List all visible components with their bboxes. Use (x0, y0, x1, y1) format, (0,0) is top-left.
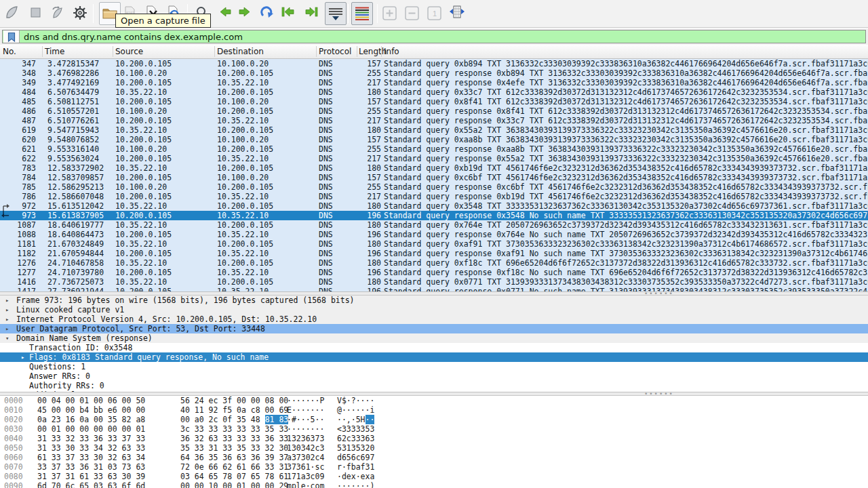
hex-ascii: 13236373 (287, 434, 324, 443)
packet-row[interactable]: 141727.73692194410.200.0.10510.35.22.10D… (0, 287, 868, 291)
hex-bytes: 00 01 00 00 00 00 00 01 (37, 424, 145, 434)
column-separator[interactable] (381, 46, 382, 57)
last-packet-icon[interactable] (304, 5, 319, 22)
colorize-toggle[interactable] (351, 2, 373, 25)
packet-row[interactable]: 4846.50763447910.35.22.1010.200.0.105DNS… (0, 87, 868, 97)
go-to-packet-icon[interactable] (260, 5, 275, 22)
hex-row[interactable]: 006061 33 37 33 30 32 63 3464 36 35 36 6… (0, 453, 868, 462)
display-filter-input[interactable]: dns and dns.qry.name contains dex.exampl… (2, 30, 866, 43)
column-header-no[interactable]: No. (3, 47, 16, 56)
detail-row[interactable]: ▸Frame 973: 196 bytes on wire (1568 bits… (0, 296, 868, 305)
packet-row[interactable]: 3483.47698228610.100.0.2010.200.0.105DNS… (0, 68, 868, 78)
packet-cell: 10.200.0.105 (113, 211, 214, 220)
packet-cell: 10.35.22.10 (214, 268, 316, 277)
packet-cell: Standard query 0x0771 TXT 31393933313734… (381, 277, 868, 287)
packet-row[interactable]: 127624.71046785810.35.22.1010.200.0.105D… (0, 258, 868, 268)
detail-row[interactable]: Authority RRs: 0 (0, 381, 868, 390)
packet-row[interactable]: 4856.50811275110.200.0.10510.100.0.20DNS… (0, 97, 868, 106)
packet-row[interactable]: 97215.61351204210.35.22.1010.200.0.105DN… (0, 201, 868, 211)
packet-cell: DNS (316, 106, 357, 116)
expander-closed-icon[interactable]: ▸ (5, 324, 9, 333)
zoom-out-icon[interactable] (405, 6, 420, 22)
packet-cell: 1276 (0, 258, 42, 268)
hex-row[interactable]: 008031 37 31 61 33 63 30 3903 64 65 78 0… (0, 472, 868, 481)
packet-row[interactable]: 6209.54807685210.200.0.10510.100.0.20DNS… (0, 135, 868, 144)
detail-row[interactable]: Answer RRs: 0 (0, 371, 868, 381)
zoom-in-icon[interactable] (382, 6, 397, 22)
packet-row[interactable]: 3493.47749216910.200.0.10510.35.22.10DNS… (0, 78, 868, 87)
packet-row[interactable]: 6199.54771594310.35.22.1010.200.0.105DNS… (0, 125, 868, 135)
packet-cell: 10.200.0.105 (113, 287, 214, 291)
packet-cell: 10.200.0.105 (214, 68, 316, 78)
hex-row[interactable]: 00906d 70 6c 65 03 63 6f 6d00 00 10 00 0… (0, 481, 868, 488)
hex-row[interactable]: 003000 01 00 00 00 00 00 013c 33 33 33 3… (0, 424, 868, 434)
column-header-destination[interactable]: Destination (217, 47, 264, 56)
start-capture-icon[interactable] (5, 5, 20, 22)
go-back-icon[interactable] (218, 5, 233, 22)
column-separator[interactable] (357, 46, 357, 57)
detail-row[interactable]: ▸User Datagram Protocol, Src Port: 53, D… (0, 324, 868, 333)
detail-row[interactable]: ▾Domain Name System (response) (0, 333, 868, 343)
hex-row[interactable]: 001045 00 00 b4 bb e6 00 0040 11 92 f5 0… (0, 405, 868, 415)
expander-closed-icon[interactable]: ▸ (5, 296, 9, 305)
packet-row[interactable]: 3473.47281534710.200.0.10510.100.0.20DNS… (0, 59, 868, 68)
hex-row[interactable]: 00200a 23 16 0a 00 35 82 a800 a0 2c 0f 3… (0, 415, 868, 424)
column-separator[interactable] (42, 46, 43, 57)
packet-row[interactable]: 141627.73672507310.35.22.1010.200.0.105D… (0, 277, 868, 287)
packet-row[interactable]: 78412.58370985710.200.0.10510.100.0.20DN… (0, 173, 868, 182)
capture-options-icon[interactable] (73, 5, 87, 22)
packet-row[interactable]: 78512.58629521310.100.0.2010.200.0.105DN… (0, 182, 868, 192)
detail-row[interactable]: Questions: 1 (0, 362, 868, 371)
zoom-original-icon[interactable]: 1 (427, 6, 442, 22)
packet-cell: DNS (316, 277, 357, 287)
packet-row[interactable]: 127724.71073978010.200.0.10510.35.22.10D… (0, 268, 868, 277)
column-separator[interactable] (214, 46, 215, 57)
packet-row[interactable]: 6229.55356302410.200.0.10510.35.22.10DNS… (0, 154, 868, 163)
packet-row[interactable]: 97315.61383790510.200.0.10510.35.22.10DN… (0, 211, 868, 220)
packet-row[interactable]: 118121.67032484910.35.22.1010.200.0.105D… (0, 239, 868, 249)
packet-cell: Standard query response 0x55a2 TXT 36383… (381, 154, 868, 163)
column-header-protocol[interactable]: Protocol (319, 47, 351, 56)
packet-cell: 10.100.0.20 (113, 68, 214, 78)
detail-row[interactable]: ▸Flags: 0x8183 Standard query response, … (0, 352, 868, 362)
column-separator[interactable] (316, 46, 317, 57)
go-forward-icon[interactable] (237, 5, 252, 22)
packet-row[interactable]: 6219.55331614010.100.0.2010.200.0.105DNS… (0, 144, 868, 154)
hex-row[interactable]: 007033 37 33 36 31 03 73 6372 0e 66 62 6… (0, 462, 868, 472)
packet-row[interactable]: 108718.64061977710.35.22.1010.200.0.105D… (0, 220, 868, 230)
hex-row[interactable]: 004031 33 32 33 36 33 37 3336 32 63 33 3… (0, 434, 868, 443)
packet-cell: 10.200.0.105 (113, 154, 214, 163)
packet-row[interactable]: 108818.64086447310.200.0.10510.35.22.10D… (0, 230, 868, 239)
hex-row[interactable]: 005031 33 30 33 34 32 63 3335 33 31 33 3… (0, 443, 868, 453)
restart-capture-icon[interactable] (50, 5, 65, 22)
column-header-info[interactable]: Info (384, 47, 399, 56)
auto-scroll-toggle[interactable] (325, 2, 347, 25)
column-header-source[interactable]: Source (115, 47, 143, 56)
hex-row[interactable]: 000000 04 00 01 00 06 00 5056 24 ec 3f 0… (0, 396, 868, 405)
first-packet-icon[interactable] (281, 5, 296, 22)
hex-ascii: V$·?···· (337, 396, 374, 405)
filter-bookmark-button[interactable] (3, 30, 20, 43)
resize-columns-icon[interactable] (448, 5, 463, 21)
packet-cell: DNS (316, 211, 357, 220)
detail-row[interactable]: ▸Linux cooked capture v1 (0, 305, 868, 314)
column-header-length[interactable]: Length (359, 47, 387, 56)
expander-open-icon[interactable]: ▾ (5, 333, 9, 343)
hex-bytes: 40 11 92 f5 0a c8 00 69 (180, 405, 288, 415)
expander-closed-icon[interactable]: ▸ (5, 305, 9, 314)
expander-closed-icon[interactable]: ▸ (21, 352, 24, 362)
packet-cell: 10.200.0.105 (113, 230, 214, 239)
packet-row[interactable]: 4866.51055720110.100.0.2010.200.0.105DNS… (0, 106, 868, 116)
packet-cell: 1416 (0, 277, 42, 287)
packet-row[interactable]: 78312.58337290210.35.22.1010.200.0.105DN… (0, 163, 868, 173)
packet-row[interactable]: 78612.58660704810.200.0.10510.35.22.10DN… (0, 192, 868, 201)
column-separator[interactable] (113, 46, 113, 57)
hex-ascii: @······i (337, 405, 374, 415)
column-header-time[interactable]: Time (45, 47, 64, 56)
packet-row[interactable]: 4876.51077626110.200.0.10510.35.22.10DNS… (0, 116, 868, 125)
stop-capture-icon[interactable] (28, 5, 43, 22)
packet-row[interactable]: 118221.67059484410.200.0.10510.35.22.10D… (0, 249, 868, 258)
expander-closed-icon[interactable]: ▸ (5, 314, 9, 324)
detail-row[interactable]: Transaction ID: 0x3548 (0, 343, 868, 352)
detail-row[interactable]: ▸Internet Protocol Version 4, Src: 10.20… (0, 314, 868, 324)
